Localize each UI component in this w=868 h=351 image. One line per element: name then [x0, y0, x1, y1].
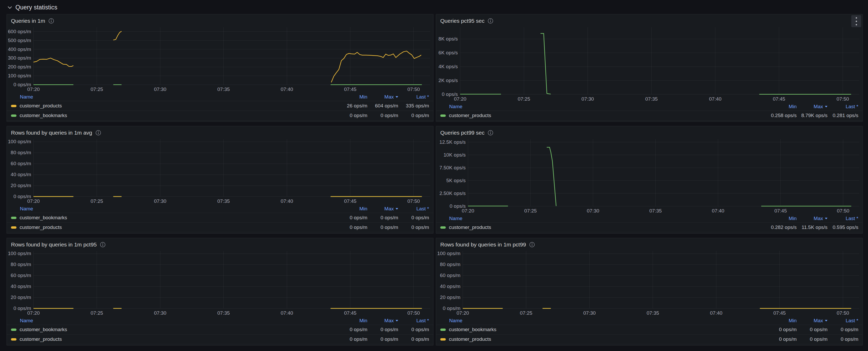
- info-icon[interactable]: [95, 130, 101, 136]
- legend-header-name[interactable]: Name: [440, 216, 766, 221]
- info-icon[interactable]: [529, 242, 535, 248]
- legend-header-min[interactable]: Min: [766, 104, 797, 109]
- series-color-pill: [440, 115, 446, 117]
- svg-text:40 ops/m: 40 ops/m: [11, 284, 31, 289]
- legend-header-min[interactable]: Min: [337, 318, 367, 324]
- section-header-query-statistics[interactable]: Query statistics: [0, 0, 868, 13]
- info-icon[interactable]: [100, 242, 105, 248]
- svg-text:07:30: 07:30: [154, 310, 166, 316]
- series-color-pill: [440, 328, 446, 331]
- svg-text:07:40: 07:40: [281, 87, 293, 92]
- legend-header-row: Name Min Max Last *: [436, 317, 863, 325]
- legend-header-max[interactable]: Max: [797, 318, 828, 324]
- series-label[interactable]: customer_bookmarks: [11, 215, 337, 221]
- legend-header-row: Name Min Max Last *: [436, 103, 863, 111]
- panel-title[interactable]: Queries pct99 sec: [440, 130, 485, 136]
- legend-header-last[interactable]: Last *: [828, 216, 858, 221]
- svg-text:2.50K ops/s: 2.50K ops/s: [439, 191, 466, 196]
- series-min-value: 0 ops/m: [766, 337, 797, 342]
- svg-text:10K ops/s: 10K ops/s: [444, 152, 466, 158]
- legend-row-customer_bookmarks: customer_bookmarks0 ops/m0 ops/m0 ops/m: [7, 213, 433, 223]
- series-label[interactable]: customer_bookmarks: [11, 113, 337, 118]
- legend-header-min[interactable]: Min: [766, 216, 797, 221]
- svg-text:07:50: 07:50: [407, 87, 420, 92]
- legend-header-name[interactable]: Name: [11, 206, 337, 212]
- legend-header-name[interactable]: Name: [440, 104, 766, 109]
- series-color-pill: [440, 226, 446, 229]
- series-label[interactable]: customer_products: [11, 103, 337, 109]
- legend-header-max[interactable]: Max: [797, 216, 828, 221]
- series-label[interactable]: customer_products: [11, 337, 337, 342]
- series-color-pill: [11, 226, 17, 229]
- svg-text:20 ops/m: 20 ops/m: [11, 294, 31, 300]
- svg-text:80 ops/m: 80 ops/m: [11, 150, 31, 155]
- svg-text:60 ops/m: 60 ops/m: [11, 273, 31, 278]
- legend-header-last[interactable]: Last *: [398, 94, 429, 100]
- panel-title[interactable]: Queries in 1m: [11, 18, 45, 24]
- svg-text:07:45: 07:45: [344, 198, 356, 204]
- svg-text:07:25: 07:25: [520, 310, 533, 316]
- series-last-value: 0.595 ops/s: [828, 224, 858, 230]
- legend-header-name[interactable]: Name: [11, 94, 337, 100]
- legend-header-last[interactable]: Last *: [398, 318, 429, 324]
- series-name: customer_bookmarks: [449, 327, 496, 332]
- chevron-down-icon: [8, 4, 12, 9]
- svg-text:60 ops/m: 60 ops/m: [440, 273, 460, 278]
- kebab-menu-button[interactable]: [851, 15, 861, 27]
- series-min-value: 0.258 ops/s: [766, 113, 797, 118]
- legend-header-row: Name Min Max Last *: [7, 205, 433, 213]
- time-series-chart[interactable]: 07:2007:2507:3007:3507:4007:4507:500 ops…: [436, 25, 863, 103]
- chart-canvas: 07:2007:2507:3007:3507:4007:4507:500 ops…: [7, 25, 433, 93]
- info-icon[interactable]: [488, 130, 493, 136]
- series-max-value: 0 ops/m: [367, 327, 398, 332]
- time-series-chart[interactable]: 07:2007:2507:3007:3507:4007:4507:500 ops…: [7, 25, 433, 93]
- legend-header-max[interactable]: Max: [367, 94, 398, 100]
- panel-header: Queries in 1m: [7, 14, 433, 25]
- info-icon[interactable]: [49, 18, 54, 24]
- legend-header-last[interactable]: Last *: [398, 206, 429, 212]
- legend-header-max[interactable]: Max: [367, 206, 398, 212]
- series-label[interactable]: customer_products: [440, 224, 766, 230]
- legend-header-min[interactable]: Min: [766, 318, 797, 324]
- panel-header: Queries pct99 sec: [436, 126, 863, 137]
- series-label[interactable]: customer_products: [440, 337, 766, 342]
- sort-chevron-icon: [396, 96, 398, 98]
- series-label[interactable]: customer_products: [11, 224, 337, 230]
- svg-text:80 ops/m: 80 ops/m: [440, 262, 460, 267]
- series-label[interactable]: customer_products: [440, 113, 766, 118]
- sort-chevron-icon: [396, 208, 398, 210]
- series-label[interactable]: customer_bookmarks: [440, 327, 766, 332]
- legend-row-customer_products: customer_products26 ops/m604 ops/m335 op…: [7, 101, 433, 111]
- panel-queries-pct95-sec: Queries pct95 sec 07:2007:2507:3007:3507…: [436, 14, 863, 122]
- legend-header-last[interactable]: Last *: [828, 318, 858, 324]
- panel-title[interactable]: Rows found by queries in 1m avg: [11, 130, 92, 136]
- legend-header-name[interactable]: Name: [440, 318, 766, 324]
- legend-header-max[interactable]: Max: [367, 318, 398, 324]
- series-max-value: 0 ops/m: [797, 327, 828, 332]
- legend-row-customer_products: customer_products0 ops/m0 ops/m0 ops/m: [7, 334, 433, 344]
- panel-header: Rows found by queries in 1m pct99: [436, 238, 863, 249]
- series-max-value: 0 ops/m: [367, 337, 398, 342]
- series-color-pill: [11, 115, 17, 117]
- sort-chevron-icon: [825, 106, 828, 107]
- legend-header-min[interactable]: Min: [337, 94, 367, 100]
- panel-title[interactable]: Queries pct95 sec: [440, 18, 485, 24]
- panel-title[interactable]: Rows found by queries in 1m pct99: [440, 242, 526, 248]
- series-last-value: 0 ops/m: [398, 215, 429, 221]
- info-icon[interactable]: [488, 18, 493, 24]
- svg-text:8K ops/s: 8K ops/s: [438, 36, 458, 41]
- time-series-chart[interactable]: 07:2007:2507:3007:3507:4007:4507:500 ops…: [436, 249, 863, 317]
- time-series-chart[interactable]: 07:2007:2507:3007:3507:4007:4507:500 ops…: [7, 137, 433, 205]
- series-label[interactable]: customer_bookmarks: [11, 327, 337, 332]
- series-color-pill: [11, 338, 17, 341]
- legend-header-max[interactable]: Max: [797, 104, 828, 109]
- series-color-pill: [440, 338, 446, 341]
- legend-header-name[interactable]: Name: [11, 318, 337, 324]
- legend-row-customer_products: customer_products0 ops/m0 ops/m0 ops/m: [7, 223, 433, 232]
- time-series-chart[interactable]: 07:2007:2507:3007:3507:4007:4507:500 ops…: [7, 249, 433, 317]
- legend-header-min[interactable]: Min: [337, 206, 367, 212]
- time-series-chart[interactable]: 07:2007:2507:3007:3507:4007:4507:500 ops…: [436, 137, 863, 215]
- panel-title[interactable]: Rows found by queries in 1m pct95: [11, 242, 97, 248]
- series-last-value: 335 ops/m: [398, 103, 429, 109]
- legend-header-last[interactable]: Last *: [828, 104, 858, 109]
